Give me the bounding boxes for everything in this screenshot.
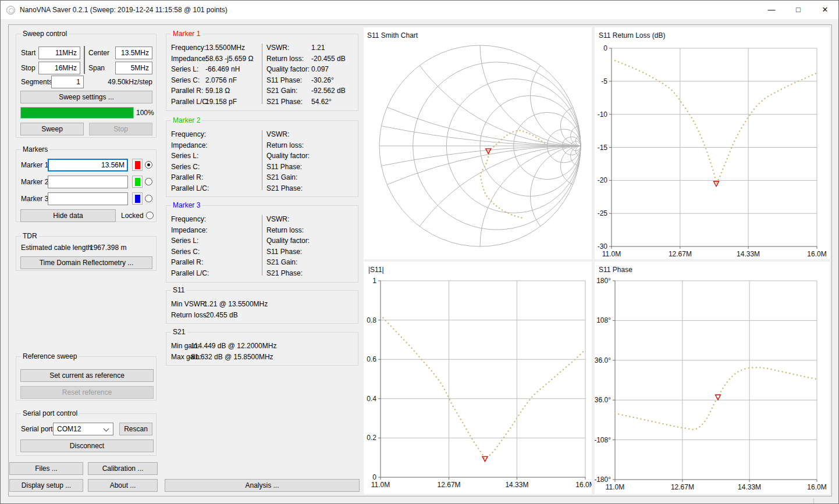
s11-info-rows: Min VSWR:1.21 @ 13.5500MHzReturn loss:-2… — [171, 299, 354, 320]
svg-text:14.33M: 14.33M — [738, 483, 761, 491]
status-bar-divider — [813, 498, 814, 504]
minimize-button[interactable]: — — [758, 1, 785, 19]
s11-info-title: S11 — [171, 286, 186, 294]
marker2-color-button[interactable] — [132, 176, 143, 188]
reset-reference-button[interactable]: Reset reference — [20, 386, 154, 399]
set-reference-button[interactable]: Set current as reference — [20, 369, 154, 382]
locked-radio[interactable] — [146, 212, 154, 219]
segments-label: Segments — [21, 76, 52, 88]
marker1-panel: Marker 1 Frequency:13.5500MHzImpedance:5… — [166, 34, 358, 111]
sweep-settings-button[interactable]: Sweep settings ... — [20, 91, 152, 103]
info-row: VSWR: — [266, 214, 355, 225]
marker2-input[interactable] — [48, 176, 128, 188]
svg-text:-25: -25 — [598, 209, 608, 217]
stop-input[interactable] — [38, 62, 80, 74]
svg-text:-30: -30 — [598, 242, 608, 251]
marker3-panel-divider — [262, 215, 262, 276]
svg-text:180°: 180° — [596, 277, 611, 285]
serial-port-title: Serial port control — [21, 409, 79, 417]
info-row: S21 Phase:54.62° — [266, 96, 355, 108]
main-content: Sweep control Start Center Stop Span Seg… — [1, 19, 839, 504]
marker3-input[interactable] — [48, 192, 128, 205]
span-label: Span — [88, 62, 105, 74]
marker1-input[interactable] — [48, 159, 128, 171]
info-row: Max gain:-81.632 dB @ 15.8500MHz — [171, 352, 354, 363]
about-button[interactable]: About ... — [88, 479, 158, 492]
calibration-button[interactable]: Calibration ... — [88, 462, 158, 475]
rescan-button[interactable]: Rescan — [119, 423, 152, 435]
marker1-panel-title: Marker 1 — [171, 30, 202, 38]
svg-text:16.0M: 16.0M — [807, 483, 826, 491]
window-title: NanoVNA Saver 0.2.1 (Sweep: 2019-12-24 1… — [20, 6, 227, 14]
info-row: Series C: — [171, 246, 258, 258]
markers-group: Markers Marker 1 Marker 2 Marker 3 Hide … — [16, 149, 157, 222]
s11-phase-plot[interactable]: 180°108°36.0°-36.0°-108°-180°11.0M12.67M… — [595, 262, 830, 494]
display-setup-button[interactable]: Display setup ... — [9, 479, 83, 492]
info-row: Return loss:-20.455 dB — [171, 310, 354, 321]
info-row: Parallel R: — [171, 172, 258, 183]
info-row: Frequency: — [171, 129, 258, 140]
smith-chart-plot[interactable] — [364, 27, 592, 259]
return-loss-chart-panel[interactable]: S11 Return Loss (dB) 0-5-10-15-20-25-301… — [595, 27, 830, 259]
center-input[interactable] — [115, 47, 152, 59]
stop-button[interactable]: Stop — [89, 123, 152, 135]
sweep-button[interactable]: Sweep — [20, 123, 84, 135]
app-window: NanoVNA Saver 0.2.1 (Sweep: 2019-12-24 1… — [0, 0, 839, 504]
marker1-label: Marker 1 — [21, 159, 48, 171]
info-row: Frequency:13.5500MHz — [171, 42, 258, 53]
svg-text:-20: -20 — [598, 176, 608, 184]
maximize-button[interactable]: □ — [785, 1, 812, 19]
markers-title: Markers — [21, 145, 49, 153]
svg-text:0.8: 0.8 — [367, 316, 376, 324]
svg-text:-108°: -108° — [595, 436, 611, 444]
titlebar: NanoVNA Saver 0.2.1 (Sweep: 2019-12-24 1… — [1, 1, 838, 19]
s11-mag-chart-panel[interactable]: |S11| 10.80.60.40.2011.0M12.67M14.33M16.… — [364, 262, 592, 494]
s21-info-title: S21 — [171, 328, 187, 336]
sweep-progress-bar — [20, 107, 134, 119]
segments-input[interactable] — [51, 76, 84, 88]
marker3-color-button[interactable] — [132, 192, 143, 205]
marker3-left-rows: Frequency:Impedance:Series L:Series C:Pa… — [171, 214, 258, 279]
return-loss-plot[interactable]: 0-5-10-15-20-25-3011.0M12.67M14.33M16.0M — [595, 27, 830, 259]
files-button[interactable]: Files ... — [9, 462, 83, 475]
info-row: Quality factor: — [266, 235, 355, 246]
marker2-radio[interactable] — [145, 178, 152, 185]
span-input[interactable] — [115, 62, 152, 74]
info-row: Series C: — [171, 162, 258, 173]
start-input[interactable] — [38, 47, 80, 59]
s11-phase-chart-panel[interactable]: S11 Phase 180°108°36.0°-36.0°-108°-180°1… — [595, 262, 830, 494]
info-row: Parallel L/C:19.158 pF — [171, 96, 258, 108]
serial-port-group: Serial port control Serial port COM12 Re… — [16, 413, 157, 456]
svg-text:11.0M: 11.0M — [606, 483, 624, 491]
svg-text:-180°: -180° — [595, 476, 611, 484]
analysis-button[interactable]: Analysis ... — [165, 479, 360, 492]
serial-port-select[interactable]: COM12 — [53, 423, 113, 435]
close-button[interactable]: ✕ — [812, 1, 838, 19]
progress-percent: 100% — [136, 106, 154, 119]
marker1-color-button[interactable] — [132, 159, 143, 171]
marker1-radio[interactable] — [145, 161, 152, 169]
svg-text:0: 0 — [372, 473, 376, 481]
marker2-label: Marker 2 — [21, 176, 48, 188]
info-row: Parallel R:59.18 Ω — [171, 85, 258, 96]
marker3-radio[interactable] — [145, 195, 152, 202]
info-row: Impedance: — [171, 225, 258, 236]
info-row: Return loss: — [266, 140, 355, 151]
sweep-progress-fill — [21, 108, 133, 118]
sweep-column-divider — [84, 46, 85, 74]
info-row: S11 Phase: — [266, 246, 355, 258]
info-row: Parallel L/C: — [171, 183, 258, 194]
info-row: Series L:-66.469 nH — [171, 64, 258, 75]
hide-data-button[interactable]: Hide data — [20, 209, 116, 222]
svg-text:1: 1 — [372, 277, 376, 285]
info-row: Min gain:-114.449 dB @ 12.2000MHz — [171, 341, 354, 352]
s11-info-panel: S11 Min VSWR:1.21 @ 13.5500MHzReturn los… — [166, 290, 358, 324]
smith-chart-panel[interactable]: S11 Smith Chart — [364, 27, 592, 259]
tdr-button[interactable]: Time Domain Reflectometry ... — [20, 256, 152, 269]
svg-text:11.0M: 11.0M — [602, 250, 621, 258]
info-row: Min VSWR:1.21 @ 13.5500MHz — [171, 299, 354, 310]
svg-text:0.6: 0.6 — [367, 355, 376, 363]
disconnect-button[interactable]: Disconnect — [20, 439, 154, 452]
svg-text:14.33M: 14.33M — [737, 250, 760, 258]
s11-mag-plot[interactable]: 10.80.60.40.2011.0M12.67M14.33M16.0M — [364, 262, 592, 494]
